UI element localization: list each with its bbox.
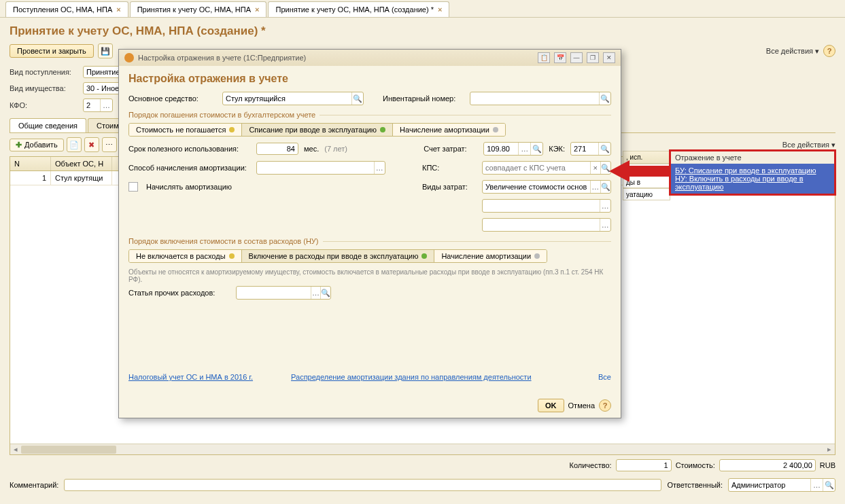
col-n[interactable]: N: [10, 157, 51, 170]
search-icon[interactable]: 🔍: [530, 143, 542, 155]
fieldset-nu-title: Порядок включения стоимости в состав рас…: [128, 237, 611, 245]
clear-icon[interactable]: ×: [590, 162, 600, 174]
extra-input-2[interactable]: …: [482, 218, 611, 232]
scroll-thumb[interactable]: [21, 446, 116, 454]
useful-life-input[interactable]: [256, 143, 298, 155]
ok-button[interactable]: OK: [538, 399, 564, 412]
extra-input-1[interactable]: …: [482, 199, 611, 213]
dialog-title-bar[interactable]: Настройка отражения в учете (1С:Предприя…: [119, 50, 621, 66]
inventory-number-input[interactable]: 🔍: [470, 92, 611, 105]
ellipsis-icon[interactable]: …: [311, 287, 320, 299]
kps-label: КПС:: [422, 164, 477, 172]
help-icon[interactable]: ?: [599, 399, 611, 412]
tab-documents-3[interactable]: Принятие к учету ОС, НМА, НПА (создание)…: [268, 1, 449, 17]
comment-input[interactable]: [64, 479, 661, 491]
plus-icon: ✚: [16, 141, 22, 149]
seg-not-included[interactable]: Не включается в расходы: [129, 250, 242, 262]
kfo-input[interactable]: …: [83, 98, 113, 112]
entry-type-input[interactable]: [83, 66, 124, 78]
search-icon[interactable]: 🔍: [823, 479, 835, 491]
scroll-left-icon[interactable]: ◂: [10, 444, 21, 454]
ellipsis-icon[interactable]: …: [100, 99, 112, 111]
other-expense-item-input[interactable]: …🔍: [236, 286, 331, 300]
tab-documents-2[interactable]: Принятия к учету ОС, НМА, НПА×: [130, 1, 267, 17]
tax-note: Объекты не относятся к амортизируемому и…: [128, 268, 611, 283]
horizontal-scrollbar[interactable]: ◂ ▸: [10, 444, 835, 454]
qty-input[interactable]: [616, 459, 672, 471]
accrue-amortization-checkbox[interactable]: [128, 182, 138, 192]
search-icon[interactable]: 🔍: [600, 162, 610, 174]
fixed-asset-input[interactable]: 🔍: [222, 92, 364, 105]
delete-icon[interactable]: ✖: [84, 137, 99, 152]
cost-account-input[interactable]: …🔍: [483, 142, 543, 156]
scroll-right-icon[interactable]: ▸: [824, 444, 835, 454]
ellipsis-icon[interactable]: …: [590, 181, 600, 193]
useful-life-label: Срок полезного использования:: [128, 145, 251, 153]
calc-icon[interactable]: 📋: [538, 52, 550, 63]
seg-include-on-commission[interactable]: Включение в расходы при вводе в эксплуат…: [242, 250, 435, 262]
indicator-dot-icon: [229, 253, 235, 259]
table-all-actions[interactable]: Все действия▾: [782, 141, 835, 149]
asset-type-input[interactable]: [83, 82, 124, 94]
callout-line1[interactable]: БУ: Списание при вводе в эксплуатацию: [675, 166, 816, 175]
search-icon[interactable]: 🔍: [600, 181, 610, 193]
col-object[interactable]: Объект ОС, Н: [51, 157, 112, 170]
search-icon[interactable]: 🔍: [598, 143, 610, 155]
chevron-down-icon: ▾: [831, 141, 835, 149]
copy-icon[interactable]: 📄: [67, 137, 82, 152]
seg-no-depreciation[interactable]: Стоимость не погашается: [129, 124, 242, 136]
fieldset-bu-title: Порядок погашения стоимости в бухгалтерс…: [128, 111, 611, 119]
close-icon[interactable]: ×: [116, 5, 120, 14]
amort-distribution-link[interactable]: Распределение амортизации здания по напр…: [291, 373, 532, 381]
seg-writeoff-on-commission[interactable]: Списание при вводе в эксплуатацию: [242, 124, 393, 136]
tax-2016-link[interactable]: Налоговый учет ОС и НМА в 2016 г.: [128, 373, 253, 381]
amort-method-input[interactable]: …: [256, 161, 385, 175]
fixed-asset-label: Основное средство:: [128, 94, 217, 103]
ellipsis-icon[interactable]: …: [600, 200, 610, 212]
indicator-dot-icon: [534, 253, 540, 259]
app-logo-icon: [124, 53, 134, 62]
maximize-icon[interactable]: ❐: [587, 52, 599, 63]
kps-input[interactable]: ×🔍: [482, 161, 611, 175]
top-tabs: Поступления ОС, НМА, НПА× Принятия к уче…: [0, 0, 845, 18]
tab-documents-1[interactable]: Поступления ОС, НМА, НПА×: [5, 1, 128, 17]
chevron-down-icon: ▾: [815, 47, 819, 56]
minimize-icon[interactable]: —: [570, 52, 583, 63]
close-icon[interactable]: ×: [255, 5, 259, 14]
cost-label: Стоимость:: [676, 461, 715, 469]
help-icon[interactable]: ?: [823, 45, 835, 57]
all-link[interactable]: Все: [598, 373, 611, 381]
post-and-close-button[interactable]: Провести и закрыть: [10, 44, 94, 58]
seg-accrual[interactable]: Начисление амортизации: [393, 124, 505, 136]
search-icon[interactable]: 🔍: [599, 92, 610, 105]
tab-general[interactable]: Общие сведения: [10, 118, 86, 132]
save-icon[interactable]: 💾: [98, 43, 113, 58]
cancel-button[interactable]: Отмена: [568, 401, 595, 410]
callout-line2[interactable]: НУ: Включить в расходы при вводе в экспл…: [675, 175, 804, 191]
expense-types-input[interactable]: …🔍: [482, 180, 611, 194]
more-icon[interactable]: ⋯: [102, 137, 117, 152]
calendar-icon[interactable]: 📅: [554, 52, 566, 63]
close-icon[interactable]: ×: [438, 5, 442, 14]
depreciation-mode-selector: Стоимость не погашается Списание при вво…: [128, 123, 506, 137]
responsible-input[interactable]: …🔍: [728, 478, 835, 492]
qty-label: Количество:: [569, 461, 611, 469]
ellipsis-icon[interactable]: …: [600, 219, 610, 231]
inventory-number-label: Инвентарный номер:: [383, 94, 464, 103]
search-icon[interactable]: 🔍: [320, 287, 330, 299]
all-actions-menu[interactable]: Все действия▾: [766, 47, 819, 56]
ellipsis-icon[interactable]: …: [518, 143, 530, 155]
add-row-button[interactable]: ✚Добавить: [10, 139, 64, 151]
expense-types-label: Виды затрат:: [422, 183, 477, 191]
kek-input[interactable]: 🔍: [570, 142, 611, 156]
ellipsis-icon[interactable]: …: [374, 162, 385, 174]
currency-label: RUB: [820, 461, 835, 469]
page-title: Принятие к учету ОС, НМА, НПА (создание)…: [0, 18, 845, 43]
search-icon[interactable]: 🔍: [351, 92, 363, 105]
seg-tax-accrual[interactable]: Начисление амортизации: [434, 250, 547, 262]
ellipsis-icon[interactable]: …: [810, 479, 823, 491]
close-dialog-icon[interactable]: ✕: [603, 52, 615, 63]
cost-input[interactable]: [719, 459, 816, 471]
tax-expense-mode-selector: Не включается в расходы Включение в расх…: [128, 249, 547, 263]
other-expense-item-label: Статья прочих расходов:: [128, 289, 230, 297]
